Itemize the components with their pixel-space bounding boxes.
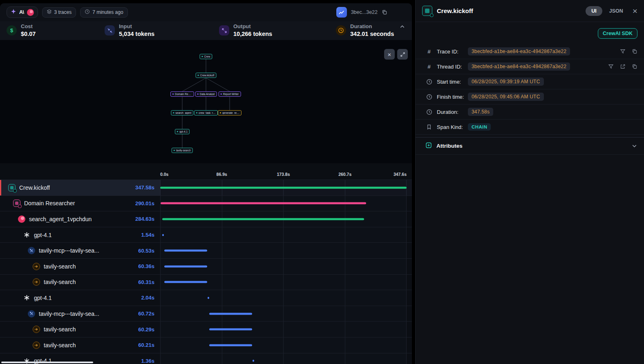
- detail-field-row: #Trace ID:3becbfed-a1be-ae84-ea3c-494286…: [416, 44, 644, 59]
- tavily-icon: [33, 326, 40, 333]
- dollar-icon: $: [7, 25, 17, 36]
- tools-icon: [28, 247, 35, 254]
- span-bar: [162, 218, 364, 220]
- field-value: 347.58s: [468, 108, 493, 116]
- span-duration: 60.21s: [138, 342, 154, 348]
- timeline-tick: 347.6s: [394, 172, 407, 177]
- layers-icon: [47, 9, 52, 16]
- detail-field-row: Finish time:06/28/2025, 09:45:06 AM UTC: [416, 89, 644, 104]
- span-row[interactable]: gpt-4.11.54s: [0, 227, 412, 243]
- horizontal-scrollbar[interactable]: [1, 362, 93, 363]
- graph-node[interactable]: gpt-4.1: [175, 129, 190, 134]
- openai-icon: [23, 294, 30, 302]
- graph-node[interactable]: generate_report: [218, 110, 242, 115]
- span-row[interactable]: tavily-search60.21s: [0, 337, 412, 353]
- span-bar: [164, 250, 207, 252]
- field-label: Finish time:: [437, 94, 468, 100]
- close-graph-button[interactable]: ×: [384, 49, 395, 60]
- span-bar-track: [160, 322, 407, 337]
- span-row[interactable]: Crew.kickoff347.58s: [0, 180, 412, 195]
- filter-icon[interactable]: [608, 64, 614, 69]
- timeline-tick: 173.8s: [277, 172, 290, 177]
- tavily-icon: [33, 278, 40, 286]
- tab-json[interactable]: JSON: [609, 8, 623, 14]
- span-name: Domain Researcher: [24, 200, 75, 206]
- span-row[interactable]: gpt-4.12.04s: [0, 290, 412, 306]
- clock-icon: [85, 9, 90, 16]
- panel-gap: [412, 0, 415, 364]
- span-bar-track: [160, 337, 407, 353]
- span-bar: [164, 265, 207, 267]
- span-bar: [161, 202, 366, 204]
- timeline-tick: 260.7s: [338, 172, 351, 177]
- span-row[interactable]: tavily-mcp---tavily-sea...60.72s: [0, 306, 412, 322]
- span-duration: 2.04s: [141, 295, 154, 301]
- open-icon[interactable]: [620, 64, 626, 69]
- span-duration: 1.54s: [141, 232, 154, 238]
- span-duration: 1.36s: [141, 358, 154, 364]
- span-row[interactable]: tavily-search60.36s: [0, 258, 412, 274]
- copy-icon[interactable]: [632, 49, 637, 54]
- expand-graph-button[interactable]: [397, 49, 408, 60]
- field-label: Start time:: [437, 79, 468, 85]
- span-bar-track: [160, 306, 407, 322]
- stats-bar: $ Cost$0.07 Input5,034 tokens Output10,2…: [0, 21, 412, 40]
- detail-field-row: Start time:06/28/2025, 09:39:19 AM UTC: [416, 74, 644, 89]
- timeline-tick: 0.0s: [160, 172, 168, 177]
- crewai-logo-icon: [18, 215, 25, 223]
- output-tokens-icon: [219, 25, 229, 36]
- graph-node[interactable]: tavily-search: [172, 148, 193, 153]
- graph-node[interactable]: search_agent: [171, 110, 193, 115]
- close-panel-button[interactable]: ×: [633, 7, 637, 15]
- span-name: tavily-search: [44, 342, 76, 348]
- graph-node[interactable]: Data Analyst: [195, 91, 217, 97]
- detail-field-row: #Thread ID:3becbfed-a1be-ae84-ea3c-49428…: [416, 59, 644, 74]
- field-value: 3becbfed-a1be-ae84-ea3c-4942867a3e22: [468, 47, 570, 55]
- clock-icon: [425, 94, 433, 100]
- time-ago-badge[interactable]: 7 minutes ago: [80, 7, 127, 18]
- graph-node[interactable]: Crew: [199, 54, 212, 59]
- span-duration: 60.36s: [138, 263, 154, 269]
- filter-icon[interactable]: [620, 49, 626, 54]
- span-bar: [209, 344, 252, 346]
- collapse-stats-icon[interactable]: [399, 24, 405, 31]
- stat-label: Cost: [21, 23, 36, 30]
- span-row[interactable]: tavily-search60.31s: [0, 274, 412, 290]
- details-panel: Crew.kickoff UI JSON × CrewAI SDK #Trace…: [415, 0, 644, 364]
- span-row[interactable]: tavily-search60.29s: [0, 321, 412, 337]
- span-bar: [160, 186, 407, 189]
- field-value: 06/28/2025, 09:39:19 AM UTC: [468, 78, 544, 86]
- tab-ui[interactable]: UI: [586, 6, 602, 16]
- graph-node[interactable]: Report Writer: [219, 91, 241, 97]
- graph-node[interactable]: Domain Researcher: [170, 91, 194, 97]
- span-row[interactable]: tavily-mcp---tavily-sea...60.53s: [0, 242, 412, 258]
- span-bar-track: [160, 227, 407, 243]
- detail-fields: #Trace ID:3becbfed-a1be-ae84-ea3c-494286…: [416, 44, 644, 135]
- trace-chart-icon[interactable]: [336, 7, 347, 18]
- span-row[interactable]: search_agent_1vpchdun284.63s: [0, 211, 412, 227]
- graph-node[interactable]: crew_task_research: [194, 110, 218, 115]
- copy-icon[interactable]: [382, 9, 387, 15]
- field-value: CHAIN: [468, 123, 491, 131]
- crewai-span-icon: [422, 6, 432, 16]
- attributes-section-header[interactable]: Attributes: [416, 137, 644, 155]
- traces-count-badge[interactable]: 3 traces: [42, 7, 76, 18]
- duration-clock-icon: [336, 25, 346, 36]
- crewai-logo-icon: [27, 9, 34, 16]
- graph-node[interactable]: Crew.kickoff: [196, 73, 217, 78]
- sdk-badge-row: CrewAI SDK: [416, 22, 644, 44]
- field-value: 06/28/2025, 09:45:06 AM UTC: [468, 93, 544, 101]
- stat-value: $0.07: [21, 30, 36, 38]
- field-label: Thread ID:: [437, 64, 468, 70]
- stat-label: Output: [233, 23, 272, 30]
- copy-icon[interactable]: [632, 64, 637, 69]
- stat-output: Output10,266 tokens: [219, 23, 336, 38]
- span-duration: 60.29s: [138, 326, 154, 333]
- clock-icon: [425, 109, 433, 115]
- stat-label: Input: [119, 23, 154, 30]
- span-row[interactable]: Domain Researcher290.01s: [0, 195, 412, 211]
- span-bar: [209, 313, 252, 315]
- field-label: Duration:: [437, 109, 468, 115]
- span-bar-track: [160, 353, 407, 364]
- app: A\ 3 traces 7 minutes ago 3bec...3e22: [0, 0, 644, 364]
